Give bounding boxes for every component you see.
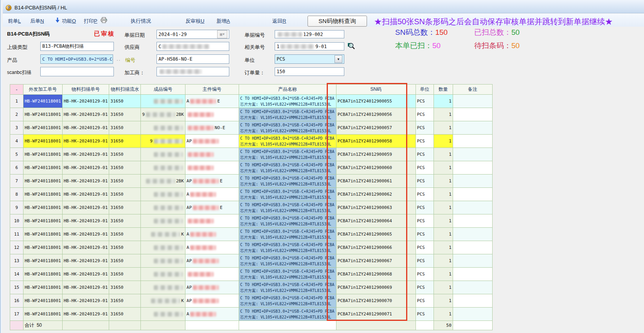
redacted-text	[154, 205, 183, 210]
doc-date-label: 单据日期	[124, 32, 145, 39]
table-row[interactable]: 11HB-WF240118001HB-HK-20240129-0131650KA…	[10, 228, 493, 241]
related-no-search-button[interactable]	[347, 41, 356, 51]
table-row[interactable]: 13HB-WF240118001HB-HK-20240129-0131650AP…	[10, 254, 493, 268]
redacted-text	[154, 126, 183, 130]
product-label: 产品	[7, 57, 17, 64]
redacted-text	[193, 205, 219, 210]
related-no-label: 相关单号	[245, 44, 265, 51]
table-row[interactable]: 10HB-WF240118001HB-HK-20240129-0131650C …	[10, 214, 493, 228]
svg-text:?: ?	[7, 5, 10, 10]
table-row[interactable]: 4HB-WF240118001HB-HK-20240129-01316509AP…	[10, 135, 493, 148]
table-row[interactable]: 5HB-WF240118001HB-HK-20240129-0131650C T…	[10, 148, 493, 161]
table-total-row: 合计 5050	[10, 321, 493, 330]
table-row[interactable]: 6HB-WF240118001HB-HK-20240129-0131650C T…	[10, 161, 493, 175]
redacted-text	[188, 126, 214, 130]
column-header: 主件编号	[185, 85, 239, 95]
redacted-text	[154, 219, 183, 223]
redacted-text	[188, 166, 214, 170]
column-header: 产品名称	[239, 85, 336, 95]
table-header-row: -外发加工单号物料扫描单号物料扫描流水成品编号主件编号产品名称SN码单位数量备注	[10, 85, 493, 95]
menu-return[interactable]: 返回R	[272, 18, 286, 25]
code-field[interactable]: AP-H586-NO-E	[157, 54, 229, 64]
related-no-field[interactable]: 1 9-01	[275, 42, 344, 50]
order-qty-field[interactable]: 150	[275, 67, 344, 76]
redacted-text	[188, 272, 214, 277]
window-title: B14-PCBA扫SN码 / HL	[14, 4, 67, 11]
menu-execution-status[interactable]: 执行情况	[131, 18, 151, 25]
stat-scanned-total: 已扫总数：50	[474, 27, 520, 38]
redacted-text	[190, 232, 216, 237]
table-row[interactable]: 9HB-WF240118001HB-HK-20240129-0131650APE…	[10, 201, 493, 214]
down-arrow-icon	[55, 18, 60, 25]
redacted-text	[154, 312, 183, 317]
table-row[interactable]: 8HB-WF240118001HB-HK-20240129-0131650AC …	[10, 188, 493, 201]
redacted-text	[190, 192, 216, 197]
menu-prev-doc[interactable]: 前单L	[8, 18, 21, 25]
titlebar: ? B14-PCBA扫SN码 / HL	[0, 0, 644, 13]
redacted-text	[190, 312, 216, 317]
redacted-text	[146, 179, 175, 184]
calendar-icon[interactable]: ▦▼	[217, 30, 227, 38]
table-row[interactable]: 16HB-WF240118001HB-HK-20240129-0131650KA…	[10, 294, 493, 308]
menu-next-doc[interactable]: 后单N	[30, 18, 44, 25]
column-header: 物料扫描流水	[109, 85, 141, 95]
scanbc-input[interactable]	[40, 67, 114, 76]
stat-label: 本单已扫：	[395, 41, 432, 50]
redacted-text	[193, 139, 219, 144]
table-row[interactable]: 7HB-WF240118001HB-HK-20240129-01316502BK…	[10, 175, 493, 188]
menu-functions[interactable]: 功能O	[62, 18, 76, 25]
app-icon: ?	[5, 5, 12, 11]
table-row[interactable]: 2HB-WF240118001HB-HK-20240129-013165092B…	[10, 108, 493, 121]
unit-select[interactable]: PCS ▼	[275, 54, 344, 64]
redacted-text	[281, 44, 314, 49]
column-header: 外发加工单号	[23, 85, 63, 95]
menu-unaudit[interactable]: 反审核U	[185, 18, 204, 25]
audit-status-stamp: 已审核	[94, 30, 115, 38]
redacted-text	[188, 112, 214, 117]
printer-icon[interactable]	[101, 17, 107, 25]
table-row[interactable]: 14HB-WF240118001HB-HK-20240129-0131650C …	[10, 268, 493, 281]
table-row[interactable]: 15HB-WF240118001HB-HK-20240129-0131650AP…	[10, 281, 493, 294]
processor-field[interactable]	[157, 67, 229, 76]
sn-material-query-button[interactable]: SN码物料查询	[308, 16, 367, 27]
scanbc-label: scanbc扫描	[7, 69, 31, 76]
supplier-field[interactable]: C	[157, 42, 229, 51]
column-header: -	[10, 85, 23, 95]
redacted-text	[193, 285, 219, 290]
table-row[interactable]: 1HB-WF240118001HB-HK-20240129-0131650AEC…	[10, 95, 493, 108]
redacted-text	[278, 32, 302, 37]
redacted-text	[154, 139, 183, 144]
redacted-text	[193, 179, 219, 184]
parent-type-label: 上级类型	[7, 44, 27, 51]
redacted-text	[154, 259, 183, 263]
stat-label: 待扫条码：	[474, 41, 511, 50]
parent-type-field[interactable]: B13-PCBA物料扫描	[40, 42, 114, 51]
order-qty-label: 订单量：	[245, 69, 265, 76]
redacted-text	[154, 245, 183, 250]
redacted-text	[160, 69, 202, 74]
column-header: SN码	[336, 85, 416, 95]
product-select[interactable]: C TO HDMI+DP+USB3.0+2*USB-C+ ▼	[40, 54, 113, 64]
doc-no-field[interactable]: 129-002	[275, 30, 344, 38]
code-label: 编号	[125, 57, 135, 64]
redacted-text	[146, 112, 175, 117]
doc-date-field[interactable]: 2024-01-29 ▦▼	[157, 30, 229, 39]
app-window: { "window": { "title": "B14-PCBA扫SN码 / H…	[0, 0, 644, 333]
stat-current-doc-scanned: 本单已扫：50	[395, 41, 441, 51]
chevron-down-icon[interactable]: ▼	[335, 55, 342, 63]
column-header: 成品编号	[141, 85, 185, 95]
column-header: 备注	[453, 85, 492, 95]
table-row[interactable]: 12HB-WF240118001HB-HK-20240129-0131650AC…	[10, 241, 493, 254]
scan-notice-text: ★扫描50张SN条形码之后会自动保存审核单据并跳转到新单据继续★	[374, 16, 613, 27]
column-header: 物料扫描单号	[62, 85, 109, 95]
table-row[interactable]: 17HB-WF240118001HB-HK-20240129-0131650AC…	[10, 308, 493, 321]
stat-pending-barcodes: 待扫条码：50	[474, 41, 520, 51]
doc-type-title: B14-PCBA扫SN码	[7, 31, 50, 38]
doc-no-label: 单据编号	[245, 32, 265, 39]
window-left-frame	[0, 0, 3, 333]
redacted-text	[190, 99, 216, 104]
menu-add-new[interactable]: 新增A	[216, 18, 230, 25]
redacted-text	[190, 245, 216, 250]
table-row[interactable]: 3HB-WF240118001HB-HK-20240129-0131650NO-…	[10, 121, 493, 135]
menu-print[interactable]: 打印P	[84, 18, 97, 25]
